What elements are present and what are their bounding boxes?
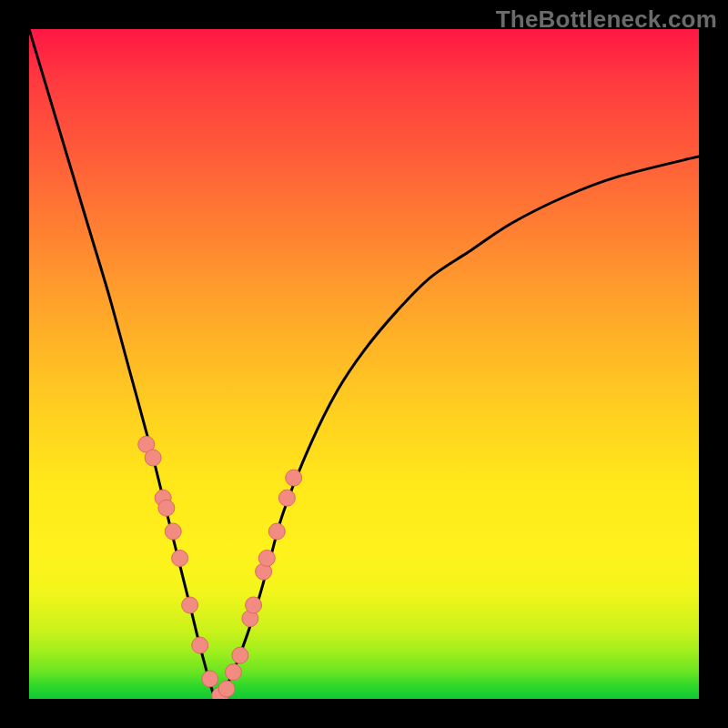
data-point bbox=[268, 523, 285, 540]
bottleneck-curve-path bbox=[29, 29, 699, 699]
chart-frame: TheBottleneck.com bbox=[0, 0, 728, 728]
data-point bbox=[278, 490, 295, 506]
data-point bbox=[258, 550, 275, 566]
data-point bbox=[182, 597, 198, 613]
data-point bbox=[145, 450, 161, 466]
data-point bbox=[158, 500, 175, 516]
data-points bbox=[138, 436, 302, 699]
data-point bbox=[202, 671, 218, 687]
chart-overlay bbox=[29, 29, 699, 699]
curve bbox=[29, 29, 699, 699]
data-point bbox=[232, 647, 248, 663]
data-point bbox=[218, 681, 235, 697]
watermark-text: TheBottleneck.com bbox=[496, 5, 717, 34]
data-point bbox=[246, 597, 262, 613]
data-point bbox=[225, 664, 241, 681]
data-point bbox=[286, 470, 302, 486]
data-point bbox=[165, 523, 181, 540]
data-point bbox=[172, 550, 188, 566]
data-point bbox=[192, 637, 208, 653]
